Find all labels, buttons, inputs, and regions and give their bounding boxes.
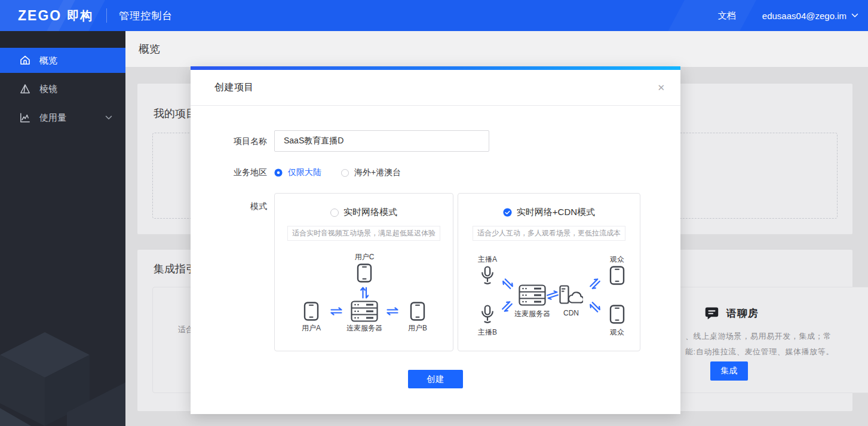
- mode-cards: 实时网络模式 适合实时音视频互动场景，满足超低延迟体验 用户C: [274, 193, 640, 351]
- double-arrow-vertical-icon: [360, 286, 369, 299]
- double-arrow-diagonal-icon: [587, 299, 602, 314]
- server-icon: [519, 284, 546, 306]
- sidebar-item-prism[interactable]: 棱镜: [0, 76, 125, 102]
- double-arrow-horizontal-icon: [386, 307, 399, 315]
- diagram-label-cdn: CDN: [563, 309, 579, 317]
- double-arrow-diagonal-icon: [499, 299, 514, 314]
- sidebar-item-label: 概览: [39, 55, 57, 66]
- radio-unselected-icon: [341, 169, 349, 177]
- sidebar-item-overview[interactable]: 概览: [0, 48, 125, 73]
- voice-room-title: 语聊房: [726, 307, 759, 320]
- diagram-label-user-c: 用户C: [355, 252, 375, 262]
- usage-chart-icon: [19, 112, 31, 124]
- cdn-icon: [559, 285, 583, 304]
- server-icon: [351, 301, 378, 322]
- mode-card-realtime-cdn[interactable]: 实时网络+CDN模式 适合少人互动，多人观看场景，更低拉流成本 主播A 观众: [458, 193, 640, 351]
- integrate-button[interactable]: 集成: [710, 361, 748, 381]
- chevron-down-icon: [851, 13, 858, 18]
- mode-title-text: 实时网络模式: [343, 207, 397, 218]
- phone-icon: [609, 305, 625, 324]
- phone-icon: [410, 302, 425, 321]
- app-root: ZEGO 即构 管理控制台 文档 edusaas04@zego.im 概览: [0, 0, 868, 426]
- microphone-icon: [481, 266, 494, 285]
- mode-label: 模式: [191, 193, 267, 351]
- sidebar: 概览 棱镜 使用量: [0, 31, 125, 426]
- modal-title: 创建项目: [214, 81, 254, 94]
- sidebar-top-strip: [0, 31, 125, 48]
- phone-icon: [609, 266, 625, 285]
- topbar-right: 文档 edusaas04@zego.im: [718, 10, 858, 22]
- diagram-label-user-a: 用户A: [302, 323, 321, 333]
- topbar-divider: [106, 8, 107, 23]
- double-arrow-horizontal-icon: [545, 289, 560, 301]
- mode-title-text: 实时网络+CDN模式: [517, 207, 595, 218]
- region-label: 业务地区: [191, 167, 267, 178]
- modal-body: 项目名称 业务地区 仅限大陆 海外+港澳台: [191, 106, 680, 388]
- double-arrow-diagonal-icon: [500, 276, 515, 291]
- double-arrow-horizontal-icon: [330, 307, 343, 315]
- page-heading-strip: 概览: [125, 31, 868, 67]
- voice-room-desc-line1: 、线上桌游场景，易用易开发，集成；常: [685, 331, 832, 342]
- radio-unselected-icon: [330, 209, 339, 217]
- mode-card-realtime[interactable]: 实时网络模式 适合实时音视频互动场景，满足超低延迟体验 用户C: [274, 193, 453, 351]
- chevron-down-icon: [105, 115, 112, 120]
- diagram-label-host-a: 主播A: [478, 255, 497, 265]
- region-radio-group: 仅限大陆 海外+港澳台: [274, 167, 401, 178]
- phone-icon: [303, 302, 319, 321]
- voice-room-desc-line2: 能:自动推拉流、麦位管理、媒体播放等。: [685, 347, 834, 357]
- diagram-label-viewer-bottom: 观众: [610, 327, 624, 338]
- account-menu[interactable]: edusaas04@zego.im: [762, 11, 858, 21]
- sidebar-item-label: 使用量: [39, 112, 66, 124]
- console-title: 管理控制台: [119, 9, 173, 23]
- check-circle-icon: [503, 208, 512, 217]
- zego-logo[interactable]: ZEGO 即构: [18, 8, 93, 24]
- diagram-label-user-b: 用户B: [408, 323, 427, 333]
- chat-bubble-icon: [704, 306, 719, 321]
- logo-text: ZEGO: [18, 8, 62, 24]
- modal-header: 创建项目 ✕: [191, 70, 680, 106]
- prism-icon: [19, 83, 31, 95]
- diagram-label-server: 连麦服务器: [346, 323, 382, 333]
- diagram-label-viewer-top: 观众: [610, 255, 624, 265]
- topbar: ZEGO 即构 管理控制台 文档 edusaas04@zego.im: [0, 0, 868, 31]
- radio-overseas[interactable]: 海外+港澳台: [341, 167, 401, 178]
- double-arrow-diagonal-icon: [587, 276, 602, 291]
- create-project-modal: 创建项目 ✕ 项目名称 业务地区 仅限大陆: [191, 66, 680, 414]
- logo-cn-text: 即构: [67, 8, 93, 24]
- create-button[interactable]: 创建: [408, 370, 463, 388]
- mode-desc: 适合少人互动，多人观看场景，更低拉流成本: [473, 226, 625, 241]
- project-name-input[interactable]: [274, 130, 489, 152]
- close-icon[interactable]: ✕: [657, 83, 665, 92]
- mode-desc: 适合实时音视频互动场景，满足超低延迟体验: [287, 226, 440, 241]
- radio-selected-icon: [274, 168, 283, 177]
- docs-link[interactable]: 文档: [718, 10, 736, 22]
- account-email: edusaas04@zego.im: [762, 11, 846, 21]
- phone-icon: [357, 263, 372, 283]
- diagram-label-server: 连麦服务器: [514, 309, 550, 319]
- sidebar-item-usage[interactable]: 使用量: [0, 105, 125, 130]
- sidebar-item-label: 棱镜: [39, 84, 57, 95]
- microphone-icon: [481, 305, 494, 324]
- page-title: 概览: [139, 42, 160, 56]
- diagram-label-host-b: 主播B: [478, 327, 497, 338]
- sidebar-cube-decoration: [0, 315, 125, 426]
- radio-mainland[interactable]: 仅限大陆: [274, 167, 321, 178]
- home-icon: [19, 54, 31, 66]
- project-name-label: 项目名称: [191, 130, 267, 152]
